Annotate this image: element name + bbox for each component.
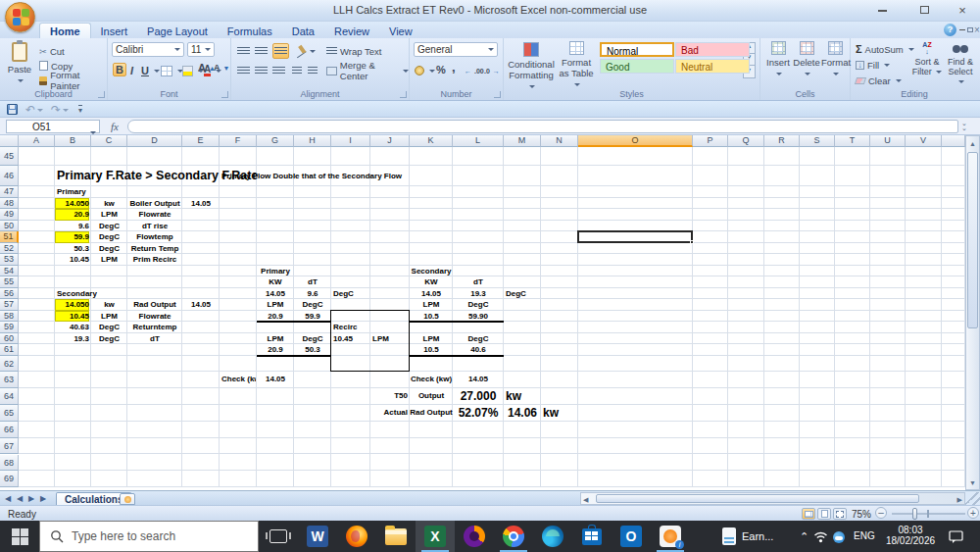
cell-C59[interactable]: DegC xyxy=(91,322,127,333)
row-header-46[interactable]: 46 xyxy=(0,166,19,186)
normal-view-button[interactable] xyxy=(802,508,815,520)
cell-G57[interactable]: LPM xyxy=(257,299,294,311)
cell-H56[interactable]: 9.6 xyxy=(294,288,331,300)
cell-E48[interactable]: 14.05 xyxy=(182,198,220,210)
column-header-F[interactable]: F xyxy=(220,135,257,147)
taskbar-icon-edge[interactable] xyxy=(533,521,572,552)
font-size-select[interactable]: 11 xyxy=(187,42,215,57)
style-bad[interactable]: Bad xyxy=(675,42,750,57)
name-box[interactable]: O51 xyxy=(6,120,100,133)
decrease-indent-button[interactable] xyxy=(292,63,302,78)
cell-B59[interactable]: 40.63 xyxy=(55,322,89,333)
scroll-down-icon[interactable]: ▼ xyxy=(966,479,979,486)
cell-E57[interactable]: 14.05 xyxy=(182,299,220,311)
tray-chevron-icon[interactable]: ⌃ xyxy=(800,530,808,543)
taskbar-icon-firefox-focus[interactable] xyxy=(455,521,494,552)
percent-style-button[interactable]: % xyxy=(436,62,446,77)
taskbar-icon-audio-app[interactable]: i xyxy=(651,521,690,552)
column-header-H[interactable]: H xyxy=(294,135,331,147)
zoom-out-icon[interactable]: – xyxy=(875,507,887,519)
cell-C53[interactable]: LPM xyxy=(91,254,127,266)
accounting-format-button[interactable] xyxy=(415,63,435,78)
align-middle-button[interactable] xyxy=(255,43,268,59)
cell-B60[interactable]: 19.3 xyxy=(55,333,89,345)
row-header-52[interactable]: 52 xyxy=(0,243,19,255)
zoom-slider-thumb[interactable] xyxy=(912,508,917,520)
wrap-text-button[interactable]: Wrap Text xyxy=(326,43,381,59)
taskbar-window-earn[interactable]: Earn... xyxy=(722,521,791,552)
row-header-55[interactable]: 55 xyxy=(0,276,19,288)
cell-G55[interactable]: KW xyxy=(257,276,294,288)
merge-center-button[interactable]: Merge & Center xyxy=(326,63,409,78)
column-header-G[interactable]: G xyxy=(257,135,294,147)
workbook-close-icon[interactable]: × xyxy=(971,25,980,36)
fill-button[interactable]: ↓Fill xyxy=(856,57,890,73)
row-header-68[interactable]: 68 xyxy=(0,455,19,472)
column-header-A[interactable]: A xyxy=(19,135,55,147)
cell-K63[interactable]: Check (kw) xyxy=(410,372,453,388)
fill-handle[interactable] xyxy=(690,240,694,244)
cell-B58[interactable]: 10.45 xyxy=(55,311,89,323)
taskbar-icon-firefox[interactable] xyxy=(337,521,376,552)
insert-worksheet-icon[interactable] xyxy=(120,493,135,505)
cell-N65[interactable]: kw xyxy=(541,405,559,422)
save-icon[interactable] xyxy=(7,104,18,115)
cell-M65[interactable]: 14.06 xyxy=(504,405,541,422)
row-header-54[interactable]: 54 xyxy=(0,266,19,277)
column-header-K[interactable]: K xyxy=(410,135,453,147)
row-header-60[interactable]: 60 xyxy=(0,333,19,345)
cell-C51[interactable]: DegC xyxy=(91,231,127,243)
column-header-Q[interactable]: Q xyxy=(728,135,764,147)
zoom-in-icon[interactable]: + xyxy=(967,507,979,519)
taskbar-icon-task-view[interactable] xyxy=(259,521,298,552)
row-header-64[interactable]: 64 xyxy=(0,388,19,405)
cell-K65[interactable]: Rad Output xyxy=(410,405,453,422)
clear-button[interactable]: Clear xyxy=(856,73,902,88)
horizontal-scrollbar[interactable]: ◀ ▶ xyxy=(580,492,965,505)
cell-L55[interactable]: dT xyxy=(453,276,504,288)
cell-D59[interactable]: Returntemp xyxy=(127,322,182,333)
taskbar-icon-store[interactable] xyxy=(572,521,612,552)
cell-B50[interactable]: 9.6 xyxy=(55,221,89,232)
next-sheet-icon[interactable]: ▶ xyxy=(28,494,34,503)
cell-G54[interactable]: Primary xyxy=(257,266,294,277)
decrease-decimal-button[interactable]: .0→ xyxy=(484,63,500,78)
row-header-56[interactable]: 56 xyxy=(0,288,19,300)
cell-L56[interactable]: 19.3 xyxy=(453,288,504,300)
cell-H61[interactable]: 50.3 xyxy=(294,344,331,356)
column-header-O[interactable]: O xyxy=(578,135,693,147)
minimize-button[interactable] xyxy=(869,4,895,18)
taskbar-icon-outlook[interactable]: O xyxy=(612,521,651,552)
row-header-48[interactable]: 48 xyxy=(0,198,19,210)
cell-K56[interactable]: 14.05 xyxy=(410,288,453,300)
close-button[interactable]: × xyxy=(950,4,975,18)
row-header-51[interactable]: 51 xyxy=(0,231,19,243)
style-normal[interactable]: Normal xyxy=(600,42,674,57)
row-header-66[interactable]: 66 xyxy=(0,422,19,438)
row-header-47[interactable]: 47 xyxy=(0,186,19,198)
redo-icon[interactable]: ↷ xyxy=(51,103,69,117)
column-header-partial[interactable] xyxy=(942,135,965,147)
insert-cells-button[interactable]: Insert xyxy=(764,41,792,86)
row-header-67[interactable]: 67 xyxy=(0,438,19,455)
align-right-button[interactable] xyxy=(272,63,285,78)
font-dialog-launcher[interactable] xyxy=(221,91,228,98)
row-header-65[interactable]: 65 xyxy=(0,405,19,422)
taskbar-icon-chrome[interactable] xyxy=(494,521,533,552)
onedrive-icon[interactable] xyxy=(833,531,845,543)
increase-decimal-button[interactable]: ←.00 xyxy=(465,63,484,78)
cell-K61[interactable]: 10.5 xyxy=(410,344,453,356)
bold-button[interactable]: B xyxy=(113,63,126,76)
cell-G61[interactable]: 20.9 xyxy=(257,344,294,356)
column-header-T[interactable]: T xyxy=(835,135,870,147)
scroll-right-icon[interactable]: ▶ xyxy=(957,496,962,504)
column-header-S[interactable]: S xyxy=(800,135,835,147)
row-header-49[interactable]: 49 xyxy=(0,209,19,221)
format-painter-button[interactable]: Format Painter xyxy=(39,73,107,88)
scroll-left-icon[interactable]: ◀ xyxy=(583,496,588,504)
style-good[interactable]: Good xyxy=(600,59,674,74)
cell-D48[interactable]: Boiler Output xyxy=(127,198,182,210)
row-header-62[interactable]: 62 xyxy=(0,356,19,373)
cell-M64[interactable]: kw xyxy=(504,388,521,405)
cell-D49[interactable]: Flowrate xyxy=(127,209,182,221)
